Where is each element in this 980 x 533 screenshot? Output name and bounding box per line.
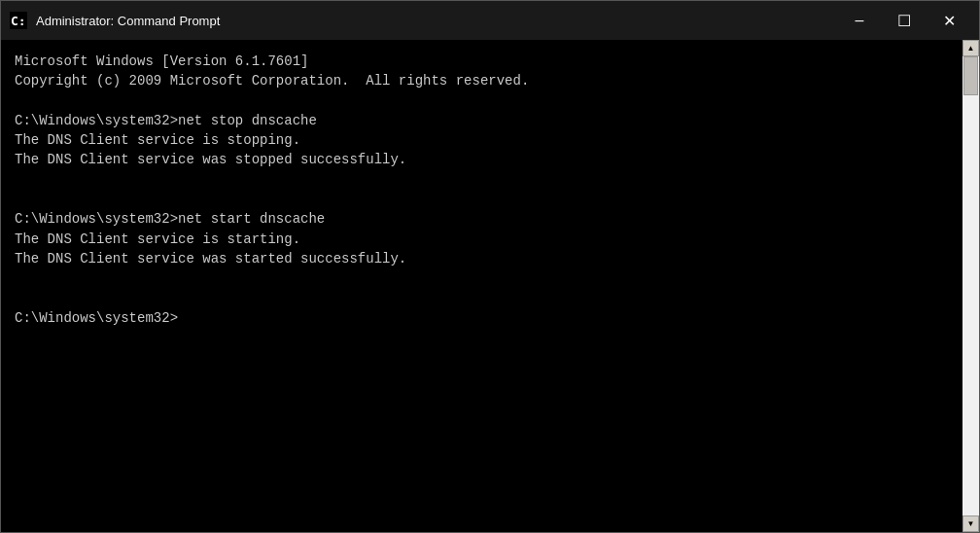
window: C: Administrator: Command Prompt – ☐ ✕ M… <box>0 0 980 533</box>
cmd-icon: C: <box>9 11 28 30</box>
svg-text:C:: C: <box>11 14 26 28</box>
scrollbar-track[interactable] <box>962 56 979 515</box>
close-button[interactable]: ✕ <box>927 1 971 40</box>
window-title: Administrator: Command Prompt <box>36 14 837 28</box>
minimize-button[interactable]: – <box>837 1 882 40</box>
scroll-down-button[interactable]: ▼ <box>962 515 979 532</box>
maximize-button[interactable]: ☐ <box>882 1 927 40</box>
title-bar: C: Administrator: Command Prompt – ☐ ✕ <box>1 1 979 40</box>
scroll-up-button[interactable]: ▲ <box>962 40 979 56</box>
terminal-output: Microsoft Windows [Version 6.1.7601] Cop… <box>15 52 949 328</box>
scrollbar-thumb[interactable] <box>963 56 978 95</box>
scrollbar: ▲ ▼ <box>962 40 979 532</box>
terminal-area[interactable]: Microsoft Windows [Version 6.1.7601] Cop… <box>1 40 962 532</box>
window-controls: – ☐ ✕ <box>837 1 971 40</box>
window-body: Microsoft Windows [Version 6.1.7601] Cop… <box>1 40 979 532</box>
